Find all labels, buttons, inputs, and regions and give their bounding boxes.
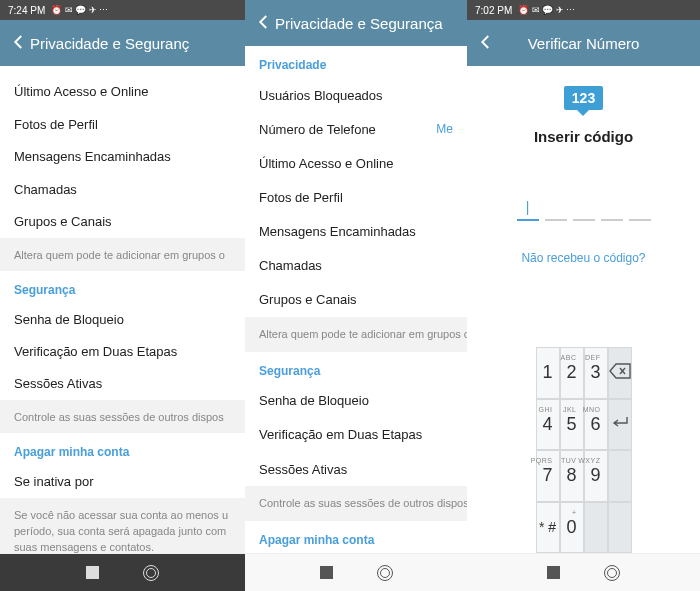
item-last-seen[interactable]: Último Acesso e Online	[0, 76, 245, 108]
item-passcode[interactable]: Senha de Bloqueio	[0, 303, 245, 335]
groups-hint: Altera quem pode te adicionar em grupos …	[245, 317, 467, 352]
key-4[interactable]: 4GHI	[536, 399, 560, 451]
enter-icon	[610, 415, 630, 433]
status-bar: 7:24 PM ⏰ ✉ 💬 ✈ ⋯	[0, 0, 245, 20]
header-title: Privacidade e Segurança	[275, 15, 457, 32]
nav-home[interactable]	[143, 565, 159, 581]
key-empty-1	[608, 450, 632, 502]
resend-link[interactable]: Não recebeu o código?	[521, 251, 645, 265]
item-forwarded-messages[interactable]: Mensagens Encaminhadas	[245, 215, 467, 249]
item-phone-number[interactable]: Número de TelefoneMe	[245, 112, 467, 146]
section-delete-account: Apagar minha conta	[245, 521, 467, 553]
app-header: Privacidade e Segurança	[245, 0, 467, 46]
item-two-factor[interactable]: Verificação em Duas Etapas	[245, 418, 467, 452]
back-button[interactable]	[10, 33, 30, 54]
section-privacy: Privacidade	[245, 46, 467, 78]
key-6[interactable]: 6MNO	[584, 399, 608, 451]
back-button[interactable]	[255, 13, 275, 34]
key-empty-2	[584, 502, 608, 554]
back-button[interactable]	[477, 33, 497, 54]
verify-subtitle	[490, 155, 676, 165]
status-time: 7:24 PM	[8, 5, 45, 16]
section-security: Segurança	[245, 352, 467, 384]
item-inactive-for[interactable]: Se inativa por	[0, 465, 245, 497]
item-active-sessions[interactable]: Sessões Ativas	[245, 452, 467, 486]
section-security: Segurança	[0, 271, 245, 303]
item-two-factor[interactable]: Verificação em Duas Etapas	[0, 335, 245, 367]
code-cell-2[interactable]	[545, 195, 567, 221]
phone-screen-1: 7:24 PM ⏰ ✉ 💬 ✈ ⋯ Privacidade e Seguranç…	[0, 0, 245, 591]
settings-list: Último Acesso e Online Fotos de Perfil M…	[0, 66, 245, 553]
nav-home[interactable]	[604, 565, 620, 581]
android-navbar	[245, 553, 467, 591]
key-2[interactable]: 2ABC	[560, 347, 584, 399]
phone-screen-2: Privacidade e Segurança Privacidade Usuá…	[245, 0, 467, 591]
item-calls[interactable]: Chamadas	[0, 173, 245, 205]
section-delete-account: Apagar minha conta	[0, 433, 245, 465]
code-cell-1[interactable]: |	[517, 195, 539, 221]
code-cell-3[interactable]	[573, 195, 595, 221]
delete-hint: Se você não acessar sua conta ao menos u…	[0, 498, 245, 553]
item-calls[interactable]: Chamadas	[245, 249, 467, 283]
item-profile-photos[interactable]: Fotos de Perfil	[245, 180, 467, 214]
key-empty-3	[608, 502, 632, 554]
app-header: Privacidade e Seguranç	[0, 20, 245, 66]
numeric-keypad: 1 2ABC 3DEF 4GHI 5JKL 6MNO 7PQRS 8TUV 9W…	[536, 347, 632, 553]
item-groups-channels[interactable]: Grupos e Canais	[0, 205, 245, 237]
key-5[interactable]: 5JKL	[560, 399, 584, 451]
sessions-hint: Controle as suas sessões de outros dispo…	[0, 400, 245, 433]
code-input-row[interactable]: |	[517, 195, 651, 221]
verify-body: 123 Inserir código | Não recebeu o códig…	[467, 66, 700, 553]
settings-list: Privacidade Usuários Bloqueados Número d…	[245, 46, 467, 553]
item-groups-channels[interactable]: Grupos e Canais	[245, 283, 467, 317]
key-3[interactable]: 3DEF	[584, 347, 608, 399]
status-icons: ⏰ ✉ 💬 ✈ ⋯	[51, 5, 108, 15]
status-icons: ⏰ ✉ 💬 ✈ ⋯	[518, 5, 575, 15]
key-backspace[interactable]	[608, 347, 632, 399]
nav-home[interactable]	[377, 565, 393, 581]
groups-hint: Altera quem pode te adicionar em grupos …	[0, 238, 245, 271]
item-passcode[interactable]: Senha de Bloqueio	[245, 384, 467, 418]
item-profile-photos[interactable]: Fotos de Perfil	[0, 108, 245, 140]
code-cell-5[interactable]	[629, 195, 651, 221]
phone-number-value: Me	[436, 122, 453, 136]
item-blocked-users[interactable]: Usuários Bloqueados	[245, 78, 467, 112]
phone-screen-3: 7:02 PM ⏰ ✉ 💬 ✈ ⋯ Verificar Número 123 I…	[467, 0, 700, 591]
key-7[interactable]: 7PQRS	[536, 450, 560, 502]
nav-recents[interactable]	[86, 566, 99, 579]
header-title: Verificar Número	[497, 35, 690, 52]
status-time: 7:02 PM	[475, 5, 512, 16]
verify-title: Inserir código	[534, 128, 633, 145]
key-9[interactable]: 9WXYZ	[584, 450, 608, 502]
item-last-seen[interactable]: Último Acesso e Online	[245, 146, 467, 180]
nav-recents[interactable]	[547, 566, 560, 579]
code-cell-4[interactable]	[601, 195, 623, 221]
android-navbar	[467, 553, 700, 591]
header-title: Privacidade e Seguranç	[30, 35, 235, 52]
android-navbar	[0, 553, 245, 591]
key-star-hash[interactable]: * #	[536, 502, 560, 554]
key-0[interactable]: 0+	[560, 502, 584, 554]
item-active-sessions[interactable]: Sessões Ativas	[0, 368, 245, 400]
key-1[interactable]: 1	[536, 347, 560, 399]
nav-recents[interactable]	[320, 566, 333, 579]
sessions-hint: Controle as suas sessões de outros dispo…	[245, 486, 467, 521]
app-header: Verificar Número	[467, 20, 700, 66]
key-enter[interactable]	[608, 399, 632, 451]
status-bar: 7:02 PM ⏰ ✉ 💬 ✈ ⋯	[467, 0, 700, 20]
item-forwarded-messages[interactable]: Mensagens Encaminhadas	[0, 141, 245, 173]
sms-bubble-icon: 123	[564, 86, 603, 110]
backspace-icon	[609, 363, 631, 383]
